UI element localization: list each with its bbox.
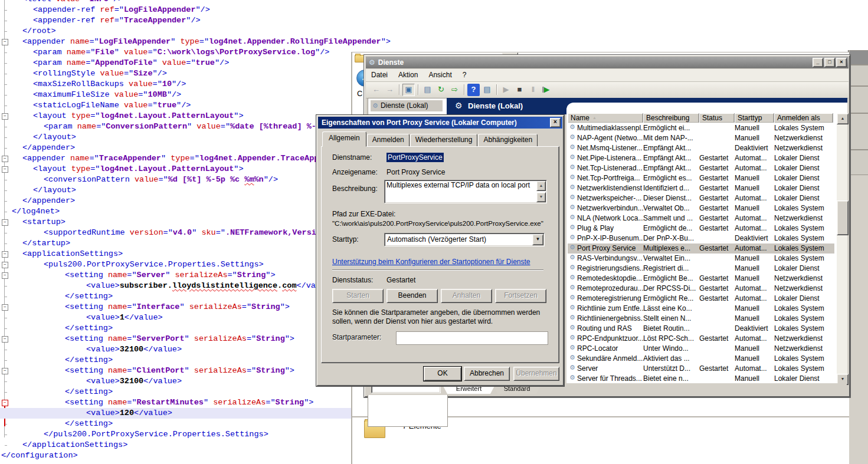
stop-service-icon[interactable]: ■ <box>513 84 526 96</box>
code-line[interactable]: </root> <box>0 26 868 37</box>
service-cell: Port Proxy Service <box>577 243 643 254</box>
startparameter-input[interactable] <box>396 331 548 345</box>
fortsetzen-button[interactable]: Fortsetzen <box>495 289 546 303</box>
service-row[interactable]: ⚙RPC-Endpunktzuor...Löst RPC-Sch...Gesta… <box>568 334 834 344</box>
scroll-down-button[interactable]: ▼ <box>536 192 546 202</box>
column-header-starttyp[interactable]: Starttyp <box>735 113 774 123</box>
service-row[interactable]: ⚙Net.Tcp-Listenerad...Empfängt Akt...Ges… <box>568 163 834 173</box>
service-row[interactable]: ⚙NAP-Agent (Netwo...Mit dem NAP-...Manue… <box>568 133 834 143</box>
vertical-scrollbar[interactable]: ▲ ▼ <box>837 113 847 385</box>
apply-button[interactable]: Übernehmen <box>513 367 559 381</box>
tab-allgemein[interactable]: Allgemein <box>322 131 366 147</box>
beschreibung-box[interactable]: Multiplexes external TCP/IP data on loca… <box>384 180 547 203</box>
service-row[interactable]: ⚙Registrierungsdiens...Registriert di...… <box>568 264 834 274</box>
dialog-titlebar[interactable]: Eigenschaften von Port Proxy Service (Lo… <box>318 117 562 129</box>
service-row[interactable]: ⚙PnP-X-IP-Busenum...Der PnP-X-Bu...Deakt… <box>568 233 834 243</box>
service-row[interactable]: ⚙RemoteregistrierungErmöglicht Re...Gest… <box>568 294 834 304</box>
service-row[interactable]: ⚙Net.Msmq-Listener...Empfängt Akt...Deak… <box>568 143 834 153</box>
starten-button[interactable]: Starten <box>332 289 384 303</box>
service-row[interactable]: ⚙ServerUnterstützt D...GestartetAutomat.… <box>568 364 834 374</box>
cancel-button[interactable]: Abbrechen <box>464 367 510 381</box>
service-row[interactable]: ⚙RPC-LocatorUnter Windo...ManuellNetzwer… <box>568 344 834 354</box>
code-line[interactable]: <appender-ref ref="LogFileAppender"/> <box>0 5 868 15</box>
close-button[interactable]: × <box>550 118 561 127</box>
service-row[interactable]: ⚙Netzwerkverbindun...Verwaltet Ob...Gest… <box>568 203 834 213</box>
forward-icon[interactable]: → <box>384 84 396 96</box>
service-cell: Gestartet <box>699 213 735 223</box>
back-icon[interactable]: ← <box>370 84 382 96</box>
restart-service-icon[interactable]: ▶ <box>541 84 553 96</box>
code-line[interactable]: <appender-ref ref="TraceAppender"/> <box>0 15 868 26</box>
pause-service-icon[interactable]: ‖ <box>527 84 539 96</box>
export-list-icon[interactable]: ⇨ <box>448 84 461 96</box>
menu-item-ansicht[interactable]: Ansicht <box>423 69 457 79</box>
service-row[interactable]: ⚙Multimediaklassenpl...Ermöglicht ei...M… <box>568 123 834 133</box>
service-properties-dialog: Eigenschaften von Port Proxy Service (Lo… <box>316 115 564 386</box>
scrollbar-thumb[interactable] <box>837 200 849 235</box>
tab-anmelden[interactable]: Anmelden <box>367 134 410 147</box>
startparameter-info-text: Sie können die Startparameter angeben, d… <box>332 308 548 326</box>
service-row[interactable]: ⚙Richtlinie zum Entfe...Lässt eine Ko...… <box>568 304 834 314</box>
service-row[interactable]: ⚙Netzwerkspeicher-...Dieser Dienst...Ges… <box>568 193 834 203</box>
service-row[interactable]: ⚙RAS-Verbindungsv...Verwaltet Ein...Manu… <box>568 254 834 264</box>
service-cell: Gestartet <box>699 364 735 374</box>
service-row[interactable]: ⚙Server für Threads...Bietet eine n...Ma… <box>568 374 834 384</box>
service-row[interactable]: ⚙Port Proxy ServiceMultiplexes e...Gesta… <box>568 243 834 254</box>
service-row[interactable]: ⚙Remoteprozedurau...Der RPCSS-Di...Gesta… <box>568 284 834 294</box>
menu-item-datei[interactable]: Datei <box>366 69 393 79</box>
pfad-value: "C:\work\ais\puls200.PortProxyService\pu… <box>332 220 543 227</box>
show-console-tree-icon[interactable]: ▣ <box>402 84 415 96</box>
column-header-name[interactable]: Name▲ <box>568 113 643 123</box>
service-cell: Lokales System <box>774 223 833 233</box>
service-row[interactable]: ⚙NetzwerklistendienstIdentifiziert d...G… <box>568 183 834 193</box>
start-service-icon[interactable]: ▶ <box>500 84 512 96</box>
help-icon[interactable]: ? <box>467 84 480 96</box>
service-row[interactable]: ⚙Richtlinienergebniss...Stellt einen N..… <box>568 314 834 324</box>
service-cell <box>699 143 735 153</box>
service-gear-icon: ⚙ <box>568 254 577 264</box>
tab-abhängigkeiten[interactable]: Abhängigkeiten <box>478 134 538 147</box>
anhalten-button[interactable]: Anhalten <box>441 289 492 303</box>
service-row[interactable]: ⚙Routing und RASBietet Routin...Deaktivi… <box>568 324 834 334</box>
minimize-button[interactable]: _ <box>813 58 823 67</box>
scroll-up-button[interactable]: ▲ <box>536 181 546 191</box>
service-row[interactable]: ⚙NLA (Network Loca...Sammelt und ...Gest… <box>568 213 834 223</box>
service-cell: Lokales System <box>774 324 833 334</box>
service-row[interactable]: ⚙Plug & PlayErmöglicht de...GestartetAut… <box>568 223 834 233</box>
service-row[interactable]: ⚙Remotedesktopdie...Ermöglicht Be...Gest… <box>568 274 834 284</box>
service-row[interactable]: ⚙Net.Pipe-Listenera...Empfängt Akt...Ges… <box>568 153 834 163</box>
service-gear-icon: ⚙ <box>568 364 577 374</box>
service-gear-icon: ⚙ <box>568 153 577 163</box>
maximize-button[interactable]: □ <box>824 58 835 67</box>
column-header-status[interactable]: Status <box>699 113 735 123</box>
menu-item-[interactable]: ? <box>457 69 472 79</box>
tree-item-dienste-lokal[interactable]: ⚙Dienste (Lokal) <box>371 100 443 111</box>
starttyp-combobox[interactable]: Automatisch (Verzögerter Start) ▼ <box>384 233 545 246</box>
column-header-anmeldenals[interactable]: Anmelden als <box>774 113 833 123</box>
service-cell: Stellt einen N... <box>643 314 699 324</box>
column-header-beschreibung[interactable]: Beschreibung <box>643 113 699 123</box>
ok-button[interactable]: OK <box>424 367 461 381</box>
dienstname-value[interactable]: PortProxyService <box>386 153 444 162</box>
properties-icon[interactable]: ▤ <box>421 84 434 96</box>
close-button[interactable]: × <box>836 58 847 67</box>
extended-view-icon[interactable]: ▤ <box>481 84 493 96</box>
startoptions-help-link[interactable]: Unterstützung beim Konfigurieren der Sta… <box>332 258 530 266</box>
combo-dropdown-button[interactable]: ▼ <box>532 234 543 245</box>
menu-item-aktion[interactable]: Aktion <box>393 69 423 79</box>
tab-wiederherstellung[interactable]: Wiederherstellung <box>410 134 478 147</box>
dialog-tabs: AllgemeinAnmeldenWiederherstellungAbhäng… <box>322 133 538 147</box>
services-window-titlebar[interactable]: ⚙Dienste <box>366 57 849 68</box>
service-cell: Automat... <box>735 153 774 163</box>
scroll-up-button[interactable]: ▲ <box>837 113 849 124</box>
code-line[interactable]: <level value="INFO"/> <box>0 0 868 5</box>
service-cell: Lokaler Dienst <box>774 294 833 304</box>
refresh-icon[interactable]: ↻ <box>435 84 447 96</box>
service-gear-icon: ⚙ <box>568 233 577 243</box>
service-row[interactable]: ⚙Sekundäre Anmeld...Aktiviert das ...Man… <box>568 354 834 364</box>
code-line[interactable]: <appender name="LogFileAppender" type="l… <box>0 37 868 47</box>
service-row[interactable]: ⚙Net.Tcp-Portfreiga...Ermöglicht es...Ge… <box>568 173 834 183</box>
service-cell: RPC-Locator <box>577 344 643 354</box>
beenden-button[interactable]: Beenden <box>386 289 438 303</box>
service-cell: Aktiviert das ... <box>643 354 699 364</box>
